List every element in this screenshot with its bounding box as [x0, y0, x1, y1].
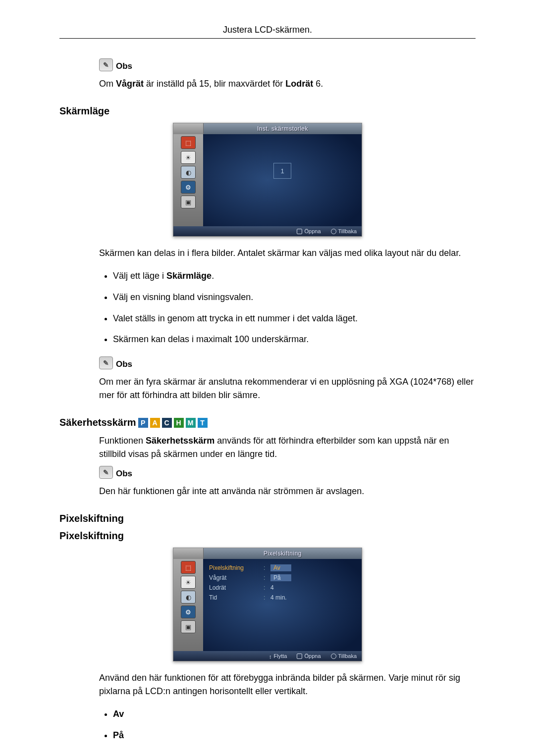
- bullet-item: Välj en visning bland visningsvalen.: [113, 290, 476, 304]
- sakerhetsskarm-para: Funktionen Säkerhetsskärm används för at…: [99, 434, 476, 461]
- osd-row: Vågrät:På: [209, 573, 356, 583]
- osd-footer-open: Öppna: [297, 653, 321, 659]
- note-icon: ✎: [99, 58, 113, 71]
- osd-screenshot-skarmlage: Inst. skärmstorlek ⬚ ☀ ◐ ⚙ ▣ 1 Öppna Til…: [173, 123, 362, 237]
- bullet-item: Välj ett läge i Skärmläge.: [113, 269, 476, 283]
- osd-side-icon: ⬚: [181, 136, 196, 149]
- bullet-item: Av: [113, 707, 476, 721]
- badge-m: M: [186, 418, 196, 428]
- osd-footer-move: Flytta: [269, 653, 287, 659]
- osd-row: Pixelskiftning:Av: [209, 563, 356, 573]
- osd-row-colon: :: [264, 574, 268, 581]
- txt: är inställd på 15, blir maxvärdet för: [144, 79, 285, 89]
- bullet-bold: På: [113, 730, 124, 740]
- bold-skarmlage: Skärmläge: [166, 271, 212, 281]
- osd-row-colon: :: [264, 584, 268, 591]
- osd-row: Lodrät:4: [209, 583, 356, 593]
- heading-sakerhetsskarm: Säkerhetsskärm: [59, 417, 136, 428]
- note-text-3: Den här funktionen går inte att använda …: [99, 485, 476, 498]
- txt: 6.: [313, 79, 323, 89]
- osd-center-value: 1: [273, 163, 291, 179]
- bold-vagrat: Vågrät: [116, 79, 144, 89]
- osd-side-icon: ⚙: [181, 181, 196, 194]
- note-icon: ✎: [99, 466, 113, 479]
- txt: Välj ett läge i: [113, 271, 166, 281]
- osd-side-icon: ◐: [181, 166, 196, 179]
- note-text-2: Om mer än fyra skärmar är anslutna rekom…: [99, 375, 476, 402]
- bold-lodrat: Lodrät: [285, 79, 313, 89]
- note-label: Obs: [116, 61, 132, 71]
- osd-footer-back: Tillbaka: [331, 228, 357, 235]
- note-text-1: Om Vågrät är inställd på 15, blir maxvär…: [99, 77, 476, 91]
- badge-p: P: [138, 418, 148, 428]
- bullet-item: Skärmen kan delas i maximalt 100 undersk…: [113, 332, 476, 347]
- osd-row-value: Av: [268, 564, 356, 571]
- osd-title: Inst. skärmstorlek: [204, 123, 362, 134]
- badge-t: T: [198, 418, 208, 428]
- note-label: Obs: [116, 359, 132, 369]
- osd-side-icon: ▣: [181, 196, 196, 208]
- osd-side-icon: ▣: [181, 620, 196, 633]
- skarmlage-intro: Skärmen kan delas in i flera bilder. Ant…: [99, 247, 476, 260]
- osd-row-colon: :: [264, 564, 268, 571]
- heading-sakerhetsskarm-row: Säkerhetsskärm P A C H M T: [59, 417, 476, 428]
- bold-sakerhetsskarm: Säkerhetsskärm: [146, 436, 214, 446]
- note-icon: ✎: [99, 356, 113, 369]
- osd-side-icon: ⚙: [181, 605, 196, 618]
- badge-c: C: [162, 418, 172, 428]
- header-rule: [59, 38, 476, 39]
- osd-row-colon: :: [264, 594, 268, 601]
- heading-pixelskiftning-1: Pixelskiftning: [59, 513, 476, 524]
- osd-row-value: 4: [268, 584, 356, 591]
- bullet-bold: Av: [113, 709, 124, 719]
- osd-row-label: Pixelskiftning: [209, 564, 264, 571]
- heading-pixelskiftning-2: Pixelskiftning: [59, 530, 476, 542]
- osd-row-value: På: [268, 574, 356, 581]
- note-label: Obs: [116, 469, 132, 479]
- osd-row-value: 4 min.: [268, 594, 356, 601]
- osd-side-icon: ☀: [181, 576, 196, 589]
- txt: .: [212, 271, 214, 281]
- osd-row-label: Lodrät: [209, 584, 264, 591]
- osd-footer-back: Tillbaka: [331, 653, 357, 659]
- badge-h: H: [174, 418, 184, 428]
- page-header-title: Justera LCD-skärmen.: [59, 25, 476, 35]
- osd-row-label: Tid: [209, 594, 264, 601]
- txt: Funktionen: [99, 436, 146, 446]
- badge-a: A: [150, 418, 160, 428]
- osd-footer-open: Öppna: [297, 228, 321, 235]
- osd-row-label: Vågrät: [209, 574, 264, 581]
- osd-side-icon: ⬚: [181, 561, 196, 574]
- txt: Om: [99, 79, 116, 89]
- osd-screenshot-pixelskiftning: Pixelskiftning ⬚ ☀ ◐ ⚙ ▣ Pixelskiftning:…: [173, 548, 362, 661]
- osd-title: Pixelskiftning: [204, 548, 362, 559]
- osd-row: Tid:4 min.: [209, 593, 356, 603]
- pixelskiftning-para: Använd den här funktionen för att föreby…: [99, 671, 476, 698]
- heading-skarmlage: Skärmläge: [59, 105, 476, 117]
- osd-side-icon: ☀: [181, 151, 196, 164]
- bullet-item: Valet ställs in genom att trycka in ett …: [113, 311, 476, 326]
- bullet-item: På: [113, 728, 476, 743]
- osd-side-icon: ◐: [181, 591, 196, 604]
